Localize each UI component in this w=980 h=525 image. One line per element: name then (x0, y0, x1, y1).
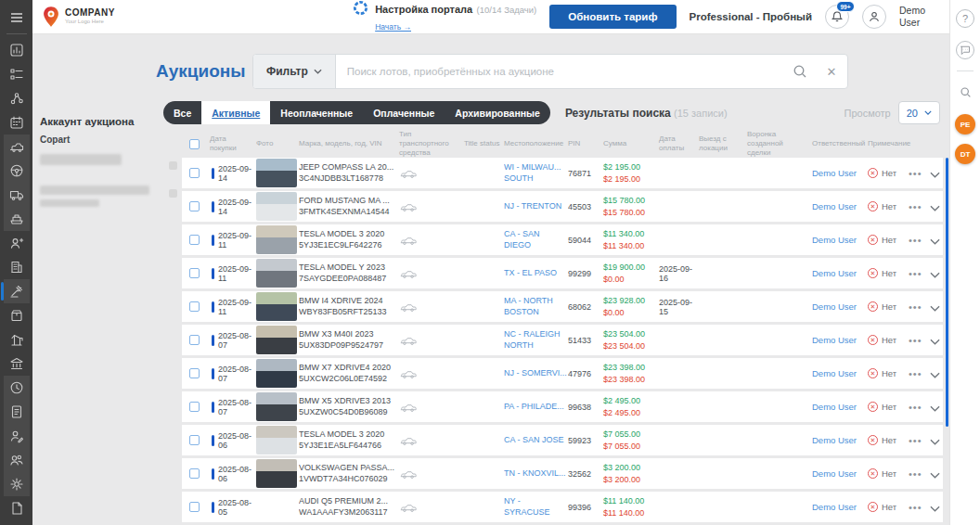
sidebar-item-file[interactable] (4, 496, 30, 520)
vehicle-photo[interactable] (256, 225, 297, 254)
row-checkbox[interactable] (189, 235, 200, 245)
vehicle-model[interactable]: JEEP COMPASS LA 20... (299, 162, 393, 173)
row-expand-chevron[interactable] (930, 232, 940, 249)
vehicle-photo[interactable] (256, 259, 297, 288)
vehicle-photo[interactable] (256, 292, 297, 321)
sidebar-item-package[interactable] (4, 303, 30, 327)
sidebar-item-car-carrier[interactable] (4, 134, 30, 159)
vehicle-model[interactable]: BMW X7 XDRIVE4 2020 (299, 363, 391, 373)
sidebar-item-settings[interactable] (4, 472, 30, 496)
row-expand-chevron[interactable] (930, 365, 940, 382)
portal-setup-start-link[interactable]: Начать → (375, 22, 411, 32)
vehicle-photo[interactable] (256, 459, 297, 488)
row-expand-chevron[interactable] (930, 198, 940, 215)
sidebar-item-dashboard[interactable] (4, 38, 30, 62)
company-logo[interactable]: COMPANY Your Logo Here (42, 6, 115, 28)
row-checkbox[interactable] (189, 468, 200, 479)
location-link[interactable]: NJ - TRENTON (504, 201, 561, 212)
responsible-link[interactable]: Demo User (812, 335, 857, 345)
row-expand-chevron[interactable] (930, 466, 940, 482)
vehicle-model[interactable]: BMW I4 XDRIVE 2024 (299, 296, 383, 306)
vehicle-model[interactable]: AUDI Q5 PREMIUM 2... (299, 496, 388, 506)
vehicle-photo[interactable] (256, 326, 297, 354)
responsible-link[interactable]: Demo User (812, 301, 857, 312)
row-expand-chevron[interactable] (930, 399, 940, 416)
vehicle-photo[interactable] (256, 159, 297, 187)
location-link[interactable]: NY - SYRACUSE (504, 496, 568, 518)
search-input[interactable] (336, 66, 784, 77)
row-checkbox[interactable] (189, 201, 200, 211)
location-link[interactable]: NC - RALEIGH NORTH (504, 329, 568, 351)
location-link[interactable]: PA - PHILADE... (504, 402, 564, 413)
row-checkbox[interactable] (189, 268, 200, 278)
vehicle-photo[interactable] (256, 359, 297, 388)
badge-dt[interactable]: DT (955, 144, 975, 164)
responsible-link[interactable]: Demo User (812, 502, 857, 512)
responsible-link[interactable]: Demo User (812, 201, 857, 211)
tab-all[interactable]: Все (163, 101, 201, 124)
vehicle-photo[interactable] (256, 392, 297, 421)
row-expand-chevron[interactable] (930, 165, 940, 182)
vehicle-model[interactable]: TESLA MODEL 3 2020 (299, 229, 384, 239)
sidebar-item-steering-wheel[interactable] (4, 159, 30, 183)
location-link[interactable]: CA - SAN DIEGO (504, 229, 568, 250)
sidebar-item-calendar[interactable] (4, 110, 30, 134)
location-link[interactable]: MA - NORTH BOSTON (504, 296, 568, 317)
location-link[interactable]: CA - SAN JOSE (504, 435, 564, 446)
sidebar-item-person-edit[interactable] (4, 424, 30, 448)
select-all-checkbox[interactable] (189, 139, 200, 149)
responsible-link[interactable]: Demo User (812, 268, 857, 278)
sidebar-item-document[interactable] (4, 400, 30, 424)
vehicle-model[interactable]: TESLA MODEL Y 2023 (299, 262, 385, 273)
location-link[interactable]: TN - KNOXVIL... (504, 468, 566, 480)
chat-icon[interactable] (956, 41, 974, 59)
responsible-link[interactable]: Demo User (812, 168, 857, 178)
user-avatar-icon[interactable] (862, 5, 886, 29)
responsible-link[interactable]: Demo User (812, 235, 857, 245)
sidebar-item-clients[interactable] (4, 231, 30, 255)
vehicle-model[interactable]: VOLKSWAGEN PASSA... (299, 463, 394, 473)
responsible-link[interactable]: Demo User (812, 402, 857, 412)
upgrade-plan-button[interactable]: Обновить тариф (549, 5, 676, 29)
badge-pe[interactable]: PE (955, 114, 975, 134)
vehicle-model[interactable]: TESLA MODEL 3 2020 (299, 429, 384, 440)
row-expand-chevron[interactable] (930, 432, 940, 449)
row-checkbox[interactable] (189, 402, 200, 412)
menu-icon[interactable] (5, 7, 29, 28)
row-checkbox[interactable] (189, 168, 200, 178)
tab-active[interactable]: Активные (201, 101, 270, 124)
tab-paid[interactable]: Оплаченные (363, 101, 445, 124)
vehicle-model[interactable]: BMW X5 XDRIVE3 2013 (299, 396, 391, 406)
vehicle-photo[interactable] (256, 192, 297, 221)
location-link[interactable]: TX - EL PASO (504, 268, 557, 279)
sidebar-item-bank[interactable] (4, 352, 30, 376)
row-expand-chevron[interactable] (930, 265, 940, 282)
location-link[interactable]: NJ - SOMERVI... (504, 368, 567, 379)
sidebar-item-truck[interactable] (4, 183, 30, 207)
clear-search-icon[interactable]: ✕ (816, 65, 847, 79)
filter-button[interactable]: Фильтр (253, 55, 336, 88)
tab-archived[interactable]: Архивированные (445, 101, 550, 124)
sidebar-item-team[interactable] (4, 448, 30, 472)
responsible-link[interactable]: Demo User (812, 435, 857, 445)
vehicle-photo[interactable] (256, 493, 297, 521)
vertical-scrollbar[interactable] (946, 158, 949, 427)
responsible-link[interactable]: Demo User (812, 368, 857, 378)
sidebar-item-tasks[interactable] (4, 62, 30, 86)
vehicle-photo[interactable] (256, 426, 297, 455)
responsible-link[interactable]: Demo User (812, 468, 857, 479)
row-checkbox[interactable] (189, 502, 200, 512)
row-checkbox[interactable] (189, 368, 200, 378)
rail-search-icon[interactable] (956, 83, 974, 101)
help-icon[interactable]: ? (956, 9, 974, 28)
sidebar-item-container[interactable] (4, 207, 30, 231)
vehicle-model[interactable]: BMW X3 M40I 2023 (299, 329, 374, 339)
tab-unpaid[interactable]: Неоплаченные (270, 101, 363, 124)
location-link[interactable]: WI - MILWAU... SOUTH (504, 162, 568, 184)
row-checkbox[interactable] (189, 301, 200, 312)
sidebar-item-crane[interactable] (4, 327, 30, 352)
row-expand-chevron[interactable] (930, 332, 940, 349)
search-icon[interactable] (784, 64, 816, 79)
user-name[interactable]: Demo User (899, 5, 936, 28)
row-expand-chevron[interactable] (930, 299, 940, 315)
